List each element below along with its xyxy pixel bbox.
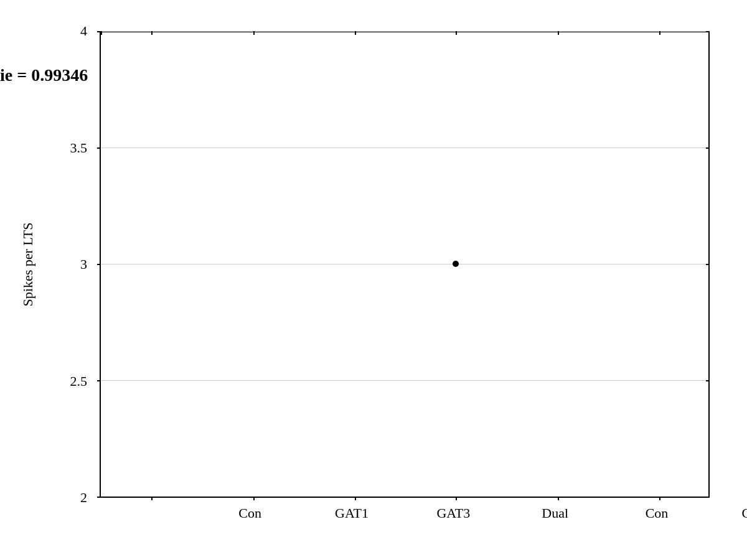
y-tick-3-right: [706, 264, 710, 265]
top-tick-con1: [151, 31, 153, 35]
y-tick-label-35: 3.5: [70, 140, 88, 156]
plot-area: [100, 31, 710, 498]
x-axis-labels: Con GAT1 GAT3 Dual Con GAT1: [100, 499, 710, 549]
x-label-dual: Dual: [542, 505, 568, 521]
y-tick-2-left: [97, 497, 101, 498]
top-tick-gat1-2: [659, 31, 660, 35]
y-tick-25-right: [706, 380, 710, 381]
y-tick-label-2: 2: [80, 490, 87, 506]
y-tick-label-4: 4: [80, 23, 87, 39]
grid-line-4: [101, 31, 710, 32]
y-tick-2-right: [706, 497, 710, 498]
y-tick-3-left: [97, 264, 101, 265]
y-tick-label-25: 2.5: [70, 373, 88, 390]
plot-inner: [101, 31, 710, 497]
grid-line-25: [101, 380, 710, 381]
y-axis-labels: 4 3.5 3 2.5 2: [0, 31, 96, 498]
x-label-gat3: GAT3: [436, 505, 470, 521]
grid-line-35: [101, 147, 710, 148]
y-tick-35-left: [97, 147, 101, 149]
top-tick-gat1-1: [253, 31, 255, 35]
top-tick-con2: [558, 31, 559, 35]
x-label-con2: Con: [646, 505, 669, 521]
top-tick-0: [101, 31, 102, 35]
top-tick-gat3: [355, 31, 356, 35]
data-point-dual: [453, 261, 459, 267]
x-label-gat1-1: GAT1: [335, 505, 369, 521]
chart-container: Spikes per LTS 4 3.5 3 2.5 2 ie = 0.9934…: [0, 0, 747, 560]
y-tick-35-right: [706, 147, 710, 149]
annotation-text: ie = 0.99346: [0, 65, 88, 85]
y-tick-4-right: [706, 31, 710, 32]
top-tick-dual: [456, 31, 457, 35]
y-tick-25-left: [97, 380, 101, 381]
x-label-gat1-2: GAT1: [741, 505, 747, 521]
x-label-con1: Con: [238, 505, 261, 521]
y-tick-label-3: 3: [80, 256, 87, 273]
grid-line-3: [101, 264, 710, 264]
